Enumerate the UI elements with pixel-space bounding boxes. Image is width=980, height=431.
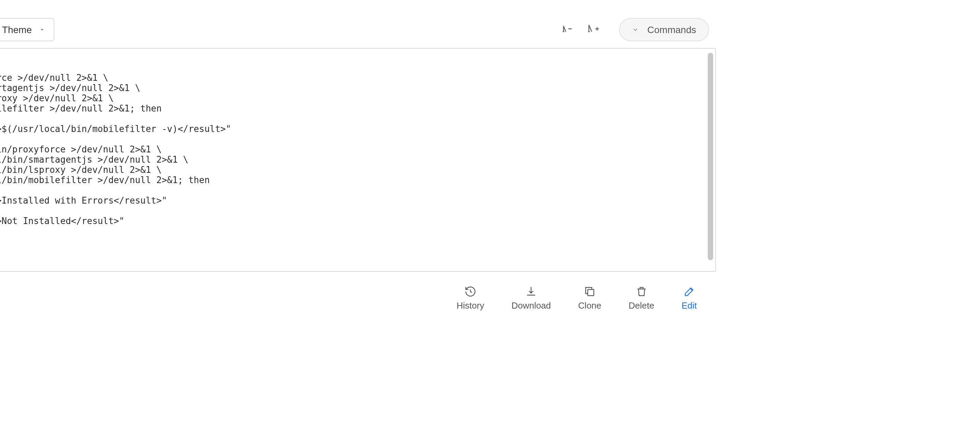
theme-dropdown[interactable]: Default Theme: [0, 18, 54, 41]
svg-rect-11: [588, 289, 594, 296]
action-footer: History Download Clone Delete: [0, 272, 716, 323]
delete-button[interactable]: Delete: [629, 285, 654, 311]
scrollbar-thumb[interactable]: [708, 53, 713, 260]
footer-label: History: [457, 301, 484, 311]
commands-label: Commands: [647, 24, 696, 35]
download-button[interactable]: Download: [511, 285, 551, 311]
footer-label: Delete: [629, 301, 654, 311]
clone-button[interactable]: Clone: [578, 285, 601, 311]
edit-button[interactable]: Edit: [682, 285, 697, 311]
code-editor[interactable]: 12345678910111213141516171819 #!/bin/zsh…: [0, 48, 716, 272]
history-button[interactable]: History: [457, 285, 484, 311]
decrease-font-icon[interactable]: [558, 20, 577, 39]
code-content[interactable]: #!/bin/zsh if pgrep -x proxyforce >/dev/…: [0, 49, 715, 271]
editor-toolbar: Default Mode Default Theme: [0, 18, 716, 41]
increase-font-icon[interactable]: [584, 20, 603, 39]
commands-button[interactable]: Commands: [619, 18, 709, 41]
footer-label: Clone: [578, 301, 601, 311]
footer-label: Download: [511, 301, 551, 311]
footer-label: Edit: [682, 301, 697, 311]
dropdown-label: Default Theme: [0, 24, 32, 35]
